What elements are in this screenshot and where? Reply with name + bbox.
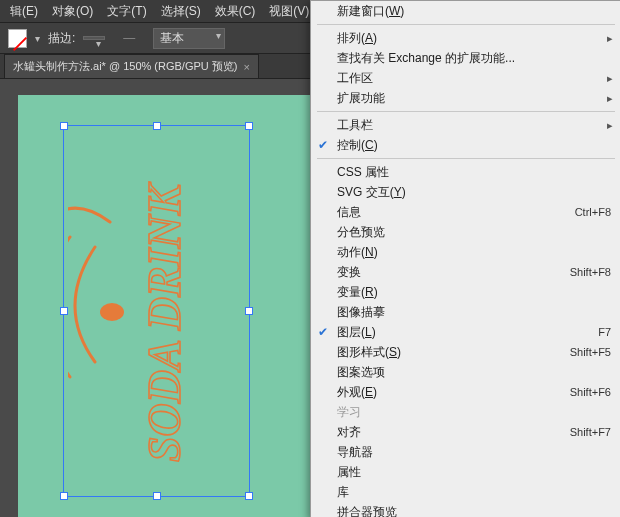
handle-tr[interactable] [245,122,253,130]
menu-item-label: 工作区 [337,70,373,87]
menu-shortcut: Shift+F5 [570,346,611,358]
menu-object[interactable]: 对象(O) [46,1,99,22]
menu-item[interactable]: 库 [311,482,620,502]
check-icon: ✔ [318,325,328,339]
menu-item[interactable]: CSS 属性 [311,162,620,182]
menu-item[interactable]: 拼合器预览 [311,502,620,517]
menu-item-label: 图形样式(S) [337,344,401,361]
menu-item-label: 变量(R) [337,284,378,301]
menu-item[interactable]: 扩展功能 [311,88,620,108]
menu-type[interactable]: 文字(T) [101,1,152,22]
menu-item-label: 信息 [337,204,361,221]
menu-item[interactable]: 图像描摹 [311,302,620,322]
handle-bm[interactable] [153,492,161,500]
menu-item[interactable]: 工作区 [311,68,620,88]
ruler-vertical[interactable] [0,79,19,517]
menu-item-label: 分色预览 [337,224,385,241]
close-icon[interactable]: × [243,61,249,73]
menu-effect[interactable]: 效果(C) [209,1,262,22]
menu-item-label: 扩展功能 [337,90,385,107]
menu-item-label: 查找有关 Exchange 的扩展功能... [337,50,515,67]
stroke-label: 描边: [48,30,75,47]
menu-item-label: 外观(E) [337,384,377,401]
handle-tl[interactable] [60,122,68,130]
no-fill-icon[interactable] [8,29,27,48]
menu-item[interactable]: 新建窗口(W) [311,1,620,21]
menu-item-label: SVG 交互(Y) [337,184,406,201]
menu-separator [317,158,615,159]
menu-item-label: 学习 [337,404,361,421]
menu-item[interactable]: 分色预览 [311,222,620,242]
handle-br[interactable] [245,492,253,500]
menu-item-label: 库 [337,484,349,501]
menu-shortcut: Ctrl+F8 [575,206,611,218]
menu-item[interactable]: 变量(R) [311,282,620,302]
menu-item-label: 图案选项 [337,364,385,381]
menu-item[interactable]: ✔图层(L)F7 [311,322,620,342]
check-icon: ✔ [318,138,328,152]
menu-item[interactable]: 导航器 [311,442,620,462]
menu-item[interactable]: 图案选项 [311,362,620,382]
document-tab[interactable]: 水罐头制作方法.ai* @ 150% (RGB/GPU 预览) × [4,54,259,78]
stroke-weight-select[interactable] [83,36,105,40]
menu-item-label: 新建窗口(W) [337,3,404,20]
menu-item-label: 动作(N) [337,244,378,261]
menu-item-label: 导航器 [337,444,373,461]
handle-ml[interactable] [60,307,68,315]
divider: — [123,31,135,45]
handle-mr[interactable] [245,307,253,315]
menu-item[interactable]: 外观(E)Shift+F6 [311,382,620,402]
menu-item[interactable]: 属性 [311,462,620,482]
menu-item[interactable]: 工具栏 [311,115,620,135]
menu-item[interactable]: 动作(N) [311,242,620,262]
handle-tm[interactable] [153,122,161,130]
menu-item-label: 工具栏 [337,117,373,134]
menu-item-label: 变换 [337,264,361,281]
menu-item[interactable]: 对齐Shift+F7 [311,422,620,442]
document-tab-title: 水罐头制作方法.ai* @ 150% (RGB/GPU 预览) [13,59,237,74]
menu-separator [317,111,615,112]
menu-item[interactable]: 查找有关 Exchange 的扩展功能... [311,48,620,68]
menu-item-label: CSS 属性 [337,164,389,181]
menu-item-label: 对齐 [337,424,361,441]
menu-item-label: 属性 [337,464,361,481]
menu-shortcut: F7 [598,326,611,338]
menu-item[interactable]: 信息Ctrl+F8 [311,202,620,222]
menu-item-label: 排列(A) [337,30,377,47]
menu-item-label: 图像描摹 [337,304,385,321]
menu-shortcut: Shift+F6 [570,386,611,398]
menu-shortcut: Shift+F8 [570,266,611,278]
menu-item: 学习 [311,402,620,422]
menu-item[interactable]: 图形样式(S)Shift+F5 [311,342,620,362]
handle-bl[interactable] [60,492,68,500]
menu-shortcut: Shift+F7 [570,426,611,438]
menu-item[interactable]: 排列(A) [311,28,620,48]
menu-item-label: 控制(C) [337,137,378,154]
menu-item[interactable]: 变换Shift+F8 [311,262,620,282]
menu-item[interactable]: ✔控制(C) [311,135,620,155]
menu-item-label: 图层(L) [337,324,376,341]
menu-view[interactable]: 视图(V) [263,1,315,22]
menu-separator [317,24,615,25]
selection-bounds[interactable] [63,125,250,497]
menu-item[interactable]: SVG 交互(Y) [311,182,620,202]
menu-edit[interactable]: 辑(E) [4,1,44,22]
menu-select[interactable]: 选择(S) [155,1,207,22]
fill-dropdown-icon[interactable]: ▾ [35,33,40,44]
brush-def-select[interactable]: 基本 [153,28,225,49]
window-menu-dropdown[interactable]: 新建窗口(W)排列(A)查找有关 Exchange 的扩展功能...工作区扩展功… [310,0,620,517]
menu-item-label: 拼合器预览 [337,504,397,518]
